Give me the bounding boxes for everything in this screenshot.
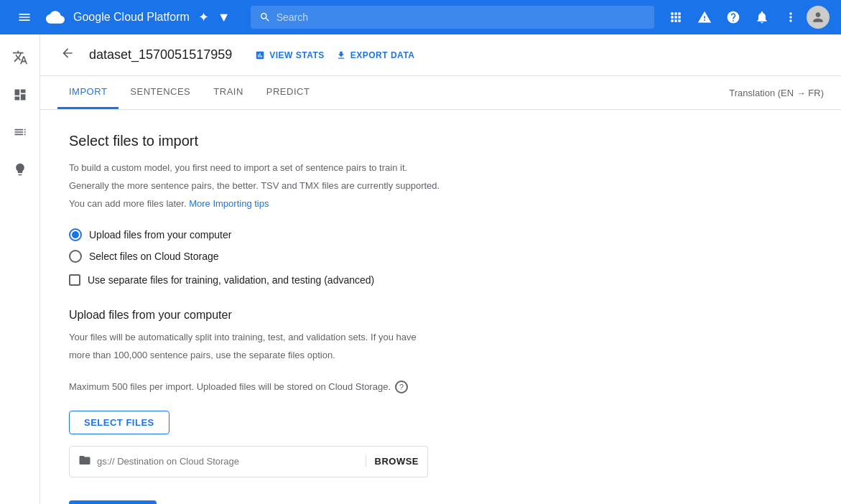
radio-upload-label: Upload files from your computer [89, 229, 231, 241]
nav-chevron-icon[interactable]: ▼ [218, 10, 231, 25]
avatar[interactable] [807, 6, 830, 29]
view-stats-button[interactable]: VIEW STATS [255, 50, 325, 60]
storage-note-text: Maximum 500 files per import. Uploaded f… [69, 381, 391, 392]
sidebar [0, 34, 40, 504]
page-title: Select files to import [69, 133, 812, 149]
destination-input[interactable] [97, 456, 354, 467]
top-navigation: Google Cloud Platform ✦ ▼ [0, 0, 841, 34]
dots-icon: ✦ [198, 9, 209, 25]
cloud-logo-icon [46, 8, 65, 27]
search-input[interactable] [277, 11, 646, 23]
radio-circle-selected [69, 228, 82, 241]
checkbox-separate-files[interactable]: Use separate files for training, validat… [69, 274, 812, 286]
radio-cloud-label: Select files on Cloud Storage [89, 251, 219, 262]
export-data-button[interactable]: EXPORT DATA [336, 50, 415, 60]
app-title: Google Cloud Platform [73, 11, 190, 24]
more-options-button[interactable] [778, 4, 804, 30]
upload-desc-2: more than 100,000 sentence pairs, use th… [69, 348, 812, 363]
apps-icon-button[interactable] [663, 4, 689, 30]
browse-button[interactable]: BROWSE [366, 456, 419, 467]
back-button[interactable] [57, 43, 78, 67]
subheader: dataset_1570051517959 VIEW STATS EXPORT … [40, 34, 841, 76]
tabs-left: IMPORT SENTENCES TRAIN PREDICT [57, 76, 321, 109]
help-icon-button[interactable] [720, 4, 746, 30]
tab-sentences[interactable]: SENTENCES [119, 76, 202, 109]
tab-import[interactable]: IMPORT [57, 76, 119, 109]
language-label: Translation (EN → FR) [729, 88, 824, 98]
content-area: dataset_1570051517959 VIEW STATS EXPORT … [40, 34, 841, 504]
action-buttons: VIEW STATS EXPORT DATA [255, 50, 414, 60]
continue-button[interactable]: CONTINUE [69, 500, 157, 504]
dataset-title: dataset_1570051517959 [89, 47, 232, 62]
storage-note: Maximum 500 files per import. Uploaded f… [69, 381, 812, 393]
checkbox-box [69, 274, 80, 286]
upload-title: Upload files from your computer [69, 309, 812, 322]
sidebar-item-ideas[interactable] [3, 152, 37, 187]
main-layout: dataset_1570051517959 VIEW STATS EXPORT … [0, 34, 841, 504]
radio-group: Upload files from your computer Select f… [69, 228, 812, 263]
sidebar-item-translate[interactable] [3, 40, 37, 75]
description-1: To build a custom model, you first need … [69, 161, 812, 176]
view-stats-label: VIEW STATS [269, 50, 325, 60]
checkbox-label: Use separate files for training, validat… [88, 274, 374, 286]
radio-cloud-storage[interactable]: Select files on Cloud Storage [69, 250, 812, 263]
upload-desc-1: Your files will be automatically split i… [69, 330, 812, 345]
radio-circle-unselected [69, 250, 82, 263]
notifications-icon-button[interactable] [749, 4, 775, 30]
more-tips-link[interactable]: More Importing tips [189, 198, 269, 209]
sidebar-item-dashboard[interactable] [3, 78, 37, 112]
folder-icon [78, 454, 91, 470]
hamburger-menu-button[interactable] [11, 4, 37, 30]
sidebar-item-list[interactable] [3, 115, 37, 149]
tab-predict[interactable]: PREDICT [255, 76, 322, 109]
tab-train[interactable]: TRAIN [202, 76, 255, 109]
upload-section: Upload files from your computer Your fil… [69, 309, 812, 504]
description-3: You can add more files later. More Impor… [69, 197, 812, 212]
alert-icon-button[interactable] [692, 4, 717, 30]
export-data-label: EXPORT DATA [350, 50, 415, 60]
help-tooltip-icon[interactable]: ? [395, 381, 408, 393]
page-content: Select files to import To build a custom… [40, 110, 841, 504]
select-files-button[interactable]: SELECT FILES [69, 411, 169, 434]
search-icon [259, 11, 271, 23]
search-bar[interactable] [251, 6, 654, 29]
nav-icons [663, 4, 830, 30]
description-2: Generally the more sentence pairs, the b… [69, 179, 812, 194]
checkbox-section: Use separate files for training, validat… [69, 274, 812, 286]
destination-field: BROWSE [69, 446, 428, 477]
tabs-bar: IMPORT SENTENCES TRAIN PREDICT Translati… [40, 76, 841, 110]
app-logo: Google Cloud Platform ✦ [46, 8, 209, 27]
radio-upload-computer[interactable]: Upload files from your computer [69, 228, 812, 241]
